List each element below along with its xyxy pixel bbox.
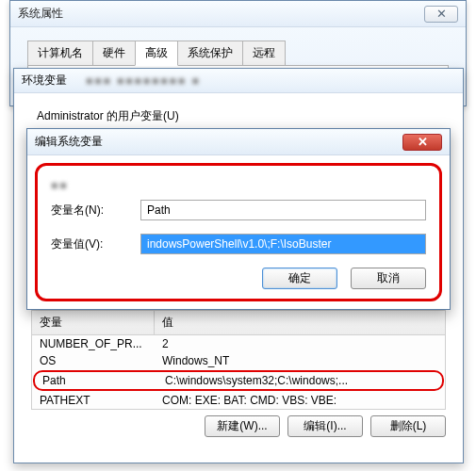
edit-button[interactable]: 编辑(I)... [287, 415, 363, 437]
tab-system-protection[interactable]: 系统保护 [177, 41, 243, 66]
variable-value-row: 变量值(V): [51, 234, 426, 254]
table-row[interactable]: NUMBER_OF_PR... 2 [32, 335, 445, 352]
variable-name-input[interactable] [140, 200, 426, 220]
edit-dialog-buttons: 确定 取消 [51, 268, 426, 289]
new-button[interactable]: 新建(W)... [205, 415, 280, 437]
system-properties-titlebar: 系统属性 ✕ [10, 1, 466, 27]
system-variables-buttons: 新建(W)... 编辑(I)... 删除(L) [31, 415, 446, 437]
tab-advanced[interactable]: 高级 [135, 41, 178, 66]
table-row-path[interactable]: Path C:\windows\system32;C:\windows;... [33, 370, 444, 391]
close-icon[interactable]: ✕ [402, 134, 442, 151]
cancel-button[interactable]: 取消 [351, 268, 426, 289]
tab-remote[interactable]: 远程 [242, 41, 286, 66]
variable-name-row: 变量名(N): [51, 200, 426, 220]
environment-variables-titlebar: 环境变量 ■■■ ■■■■■■■■ ■ [14, 69, 463, 93]
tab-row: 计算机名 硬件 高级 系统保护 远程 [10, 27, 466, 66]
variable-name-label: 变量名(N): [51, 203, 140, 219]
tab-hardware[interactable]: 硬件 [92, 41, 136, 66]
table-row[interactable]: PATHEXT COM: EXE: BAT: CMD: VBS: VBE: [32, 392, 445, 409]
edit-dialog-title: 编辑系统变量 [35, 134, 103, 150]
edit-dialog-titlebar: 编辑系统变量 ✕ [27, 129, 450, 155]
col-header-name: 变量 [32, 311, 155, 334]
user-variables-label: Administrator 的用户变量(U) [37, 108, 446, 124]
environment-variables-title: 环境变量 [22, 73, 67, 89]
col-header-value: 值 [155, 311, 445, 334]
blurred-text: ■■ [51, 179, 426, 192]
variable-value-label: 变量值(V): [51, 236, 140, 252]
variable-value-input[interactable] [140, 234, 426, 254]
table-row[interactable]: OS Windows_NT [32, 352, 445, 369]
edit-dialog-body: ■■ 变量名(N): 变量值(V): 确定 取消 [35, 163, 442, 301]
delete-button[interactable]: 删除(L) [370, 415, 446, 437]
edit-system-variable-dialog: 编辑系统变量 ✕ ■■ 变量名(N): 变量值(V): 确定 取消 [26, 128, 451, 310]
system-properties-title: 系统属性 [18, 6, 63, 22]
blurred-text: ■■■ ■■■■■■■■ ■ [86, 74, 201, 88]
close-icon[interactable]: ✕ [424, 6, 458, 23]
ok-button[interactable]: 确定 [262, 268, 337, 289]
tab-computer-name[interactable]: 计算机名 [27, 41, 93, 66]
system-variables-list[interactable]: 变量 值 NUMBER_OF_PR... 2 OS Windows_NT Pat… [31, 310, 446, 410]
system-variables-header: 变量 值 [32, 311, 445, 335]
